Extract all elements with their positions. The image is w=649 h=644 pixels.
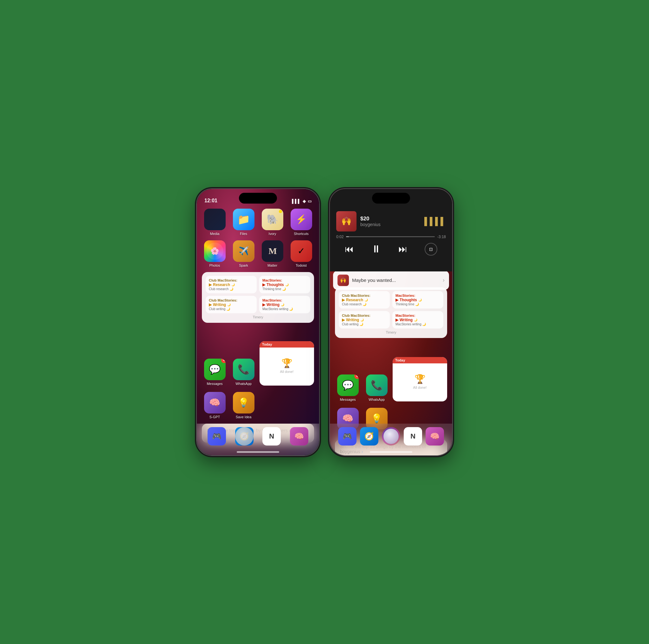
pause-button[interactable]: ⏸ xyxy=(371,243,381,255)
wifi-icon: ◈ xyxy=(303,199,306,204)
screenshot-container: 12:01 ▌▌▌ ◈ ▭ Media xyxy=(196,188,453,456)
right-timery-label: Timery xyxy=(339,330,443,334)
battery-icon: ▭ xyxy=(308,199,311,204)
app-todoist-label: Todoist xyxy=(296,264,307,267)
app-whatsapp-left[interactable]: 📞 WhatsApp xyxy=(231,359,256,386)
left-phone-screen: 12:01 ▌▌▌ ◈ ▭ Media xyxy=(197,189,319,455)
app-files-label: Files xyxy=(240,232,247,236)
app-files[interactable]: 📁 Files xyxy=(231,209,256,236)
timery-item-3[interactable]: Club MacStories: ▶ Writing 🌙 Club writin… xyxy=(206,296,257,313)
maybe-banner[interactable]: 🙌 Maybe you wanted... › xyxy=(333,271,449,290)
app-matter[interactable]: M Matter xyxy=(260,240,285,267)
app-photos[interactable]: 🌸 Photos xyxy=(202,240,227,267)
dock-safari-right[interactable]: 🧭 xyxy=(360,427,378,445)
left-dynamic-island xyxy=(239,193,277,204)
app-shortcuts-label: Shortcuts xyxy=(294,232,308,236)
progress-bar[interactable] xyxy=(346,236,434,237)
timery-item-2[interactable]: MacStories: ▶ Thoughts 🌙 Thinking time 🌙 xyxy=(259,276,310,293)
right-phone: 🙌 $20 boygenius ▌▌▌▌ 0:02 -3:18 xyxy=(329,188,453,456)
app-row-3-left: 💬 4 Messages 📞 WhatsApp Today 🏆 All done… xyxy=(202,341,314,386)
app-media[interactable]: Media xyxy=(202,209,227,236)
maybe-thumb: 🙌 xyxy=(338,275,349,286)
app-row-4-left: 🧠 S-GPT 💡 Save Idea xyxy=(202,392,314,419)
album-art: 🙌 xyxy=(336,211,356,232)
app-row-1: Media 📁 Files 🐘 Ivory ⚡ Shortcuts xyxy=(202,209,314,236)
app-photos-label: Photos xyxy=(209,264,220,267)
left-home-indicator xyxy=(237,451,279,453)
left-phone: 12:01 ▌▌▌ ◈ ▭ Media xyxy=(196,188,320,456)
app-messages-left[interactable]: 💬 4 Messages xyxy=(202,359,227,386)
app-messages-right[interactable]: 💬 4 Messages xyxy=(335,374,361,401)
right-timery-item-1[interactable]: Club MacStories: ▶ Research 🌙 Club resea… xyxy=(339,291,390,309)
app-spark[interactable]: ✈️ Spark xyxy=(231,240,256,267)
timery-item-1[interactable]: Club MacStories: ▶ Research 🌙 Club resea… xyxy=(206,276,257,293)
dock-siri-right[interactable] xyxy=(382,427,400,445)
music-top: 🙌 $20 boygenius ▌▌▌▌ xyxy=(336,211,446,232)
app-row-2: 🌸 Photos ✈️ Spark M Matter xyxy=(202,240,314,267)
dock-brain-left[interactable]: 🧠 xyxy=(290,427,308,445)
music-elapsed: 0:02 xyxy=(336,235,344,239)
right-home-indicator xyxy=(370,451,412,453)
app-sgpt-left[interactable]: 🧠 S-GPT xyxy=(202,392,227,419)
progress-fill xyxy=(346,236,349,237)
right-timery-item-4[interactable]: MacStories: ▶ Writing 🌙 MacStories writi… xyxy=(392,311,443,328)
music-controls: ⏮ ⏸ ⏭ ⊡ xyxy=(336,243,446,255)
app-matter-label: Matter xyxy=(267,264,277,267)
timery-grid: Club MacStories: ▶ Research 🌙 Club resea… xyxy=(206,276,310,313)
dock-notion-left[interactable]: N xyxy=(262,427,281,445)
app-saveidea-left[interactable]: 💡 Save Idea xyxy=(231,392,256,419)
prev-button[interactable]: ⏮ xyxy=(345,244,354,254)
app-spark-label: Spark xyxy=(239,264,248,267)
left-status-time: 12:01 xyxy=(204,198,217,204)
signal-icon: ▌▌▌ xyxy=(292,199,301,204)
music-song-title: $20 xyxy=(360,215,421,222)
right-timery-grid: Club MacStories: ▶ Research 🌙 Club resea… xyxy=(339,291,443,328)
music-remaining: -3:18 xyxy=(437,235,446,239)
right-phone-screen: 🙌 $20 boygenius ▌▌▌▌ 0:02 -3:18 xyxy=(330,189,452,455)
todoist-widget-left[interactable]: Today 🏆 All done! xyxy=(260,341,314,386)
app-shortcuts[interactable]: ⚡ Shortcuts xyxy=(288,209,314,236)
left-dock: 🎮 🧭 N 🧠 xyxy=(197,424,319,455)
app-ivory-label: Ivory xyxy=(269,232,276,236)
dock-notion-right[interactable]: N xyxy=(404,427,422,445)
music-waveform-icon: ▌▌▌▌ xyxy=(424,217,446,226)
maybe-text: Maybe you wanted... xyxy=(352,277,439,283)
app-ivory[interactable]: 🐘 Ivory xyxy=(260,209,285,236)
left-status-icons: ▌▌▌ ◈ ▭ xyxy=(292,199,311,204)
right-timery-item-3[interactable]: Club MacStories: ▶ Writing 🌙 Club writin… xyxy=(339,311,390,328)
left-timery-widget[interactable]: Club MacStories: ▶ Research 🌙 Club resea… xyxy=(202,272,314,323)
timery-label: Timery xyxy=(206,315,310,319)
music-artist: boygenius xyxy=(360,222,421,227)
right-dock: 🎮 🧭 N 🧠 xyxy=(330,424,452,455)
app-todoist[interactable]: ✓ Todoist xyxy=(288,240,314,267)
app-media-label: Media xyxy=(210,232,220,236)
todoist-widget-right[interactable]: Today 🏆 All done! xyxy=(393,357,447,401)
right-timery-widget[interactable]: Club MacStories: ▶ Research 🌙 Club resea… xyxy=(335,287,447,338)
dock-brain-right[interactable]: 🧠 xyxy=(426,427,444,445)
dock-discord-left[interactable]: 🎮 xyxy=(208,427,226,445)
airplay-button[interactable]: ⊡ xyxy=(425,243,437,255)
music-info: $20 boygenius xyxy=(360,215,421,227)
right-timery-item-2[interactable]: MacStories: ▶ Thoughts 🌙 Thinking time 🌙 xyxy=(392,291,443,309)
maybe-arrow: › xyxy=(443,277,445,283)
music-progress: 0:02 -3:18 xyxy=(336,235,446,239)
dock-discord-right[interactable]: 🎮 xyxy=(338,427,356,445)
dock-safari-left[interactable]: 🧭 xyxy=(235,427,254,445)
right-dynamic-island xyxy=(372,193,410,204)
app-row-3-right: 💬 4 Messages 📞 WhatsApp Today 🏆 All done… xyxy=(335,357,447,401)
timery-item-4[interactable]: MacStories: ▶ Writing 🌙 MacStories writi… xyxy=(259,296,310,313)
next-button[interactable]: ⏭ xyxy=(398,244,407,254)
app-whatsapp-right[interactable]: 📞 WhatsApp xyxy=(364,374,389,401)
